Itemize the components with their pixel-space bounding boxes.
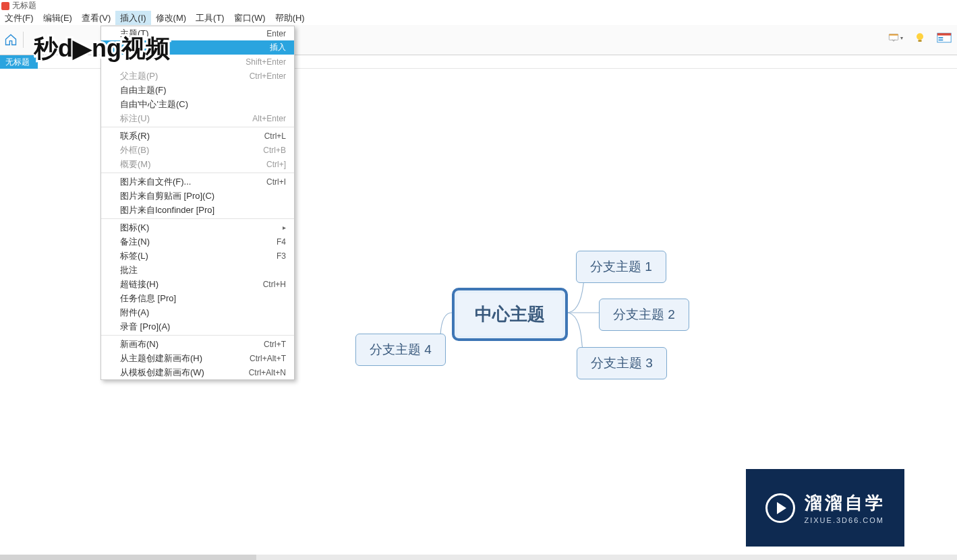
menu-item[interactable]: 录音 [Pro](A) [101, 319, 294, 334]
menu-item[interactable]: 自由主题(F) [101, 83, 294, 97]
play-icon [765, 493, 795, 523]
menu-item-label: 自由主题(F) [120, 84, 286, 96]
branch-topic-2[interactable]: 分支主题 2 [599, 299, 689, 331]
menu-item-label: 自由'中心'主题(C) [120, 98, 286, 111]
menu-shortcut: Shift+Enter [245, 57, 286, 67]
menu-item-label: 超链接(H) [120, 278, 263, 290]
home-icon[interactable] [4, 33, 18, 46]
svg-rect-3 [919, 40, 922, 42]
menu-shortcut: Ctrl+Alt+N [249, 368, 286, 377]
menu-item[interactable]: 标签(L)F3 [101, 249, 294, 263]
branch-label: 分支主题 1 [590, 258, 652, 276]
center-topic[interactable]: 中心主题 [452, 288, 568, 341]
insert-menu: 主题(T)Enter插入Shift+Enter父主题(P)Ctrl+Enter自… [100, 26, 295, 380]
menu-shortcut: Ctrl+I [266, 177, 286, 187]
menu-item-label: 从主题创建新画布(H) [120, 352, 250, 365]
submenu-arrow-icon: ▸ [283, 224, 286, 231]
menu-item-label: 标注(U) [120, 113, 252, 125]
document-tab[interactable]: 无标题 [0, 55, 38, 69]
menu-item-label: 任务信息 [Pro] [120, 292, 286, 305]
menu-shortcut: Ctrl+Alt+T [250, 354, 286, 363]
menu-separator [101, 173, 294, 173]
menu-帮助(H)[interactable]: 帮助(H) [270, 11, 310, 26]
svg-rect-5 [937, 33, 951, 35]
brand-box: 溜溜自学 ZIXUE.3D66.COM [746, 469, 904, 547]
presentation-icon[interactable]: ▾ [888, 30, 903, 45]
layout-icon[interactable] [937, 30, 952, 45]
branch-topic-4[interactable]: 分支主题 4 [355, 334, 446, 366]
menu-文件(F)[interactable]: 文件(F) [0, 11, 38, 26]
menu-item-label: 概要(M) [120, 158, 266, 170]
svg-point-2 [917, 33, 923, 40]
menu-插入(I)[interactable]: 插入(I) [115, 11, 150, 26]
menu-item-label: 联系(R) [120, 130, 264, 142]
status-segment [0, 555, 256, 560]
svg-rect-1 [889, 34, 898, 36]
menu-item: 父主题(P)Ctrl+Enter [101, 69, 294, 83]
menu-item-label: 外框(B) [120, 144, 263, 156]
idea-bulb-icon[interactable] [912, 30, 927, 45]
menu-item: 标注(U)Alt+Enter [101, 111, 294, 125]
watermark-logo: 秒d▶ng视频 [34, 30, 196, 68]
menu-工具(T)[interactable]: 工具(T) [191, 11, 229, 26]
svg-rect-7 [939, 40, 944, 41]
branch-topic-1[interactable]: 分支主题 1 [576, 251, 666, 283]
tab-label: 无标题 [5, 57, 30, 68]
menu-item[interactable]: 联系(R)Ctrl+L [101, 129, 294, 143]
menu-item-label: 录音 [Pro](A) [120, 321, 286, 333]
window-title: 无标题 [12, 0, 36, 11]
menu-item[interactable]: 任务信息 [Pro] [101, 291, 294, 305]
menu-item-label: 父主题(P) [120, 70, 250, 82]
menu-item-label: 图片来自文件(F)... [120, 176, 266, 188]
app-icon [1, 2, 9, 10]
branch-label: 分支主题 2 [613, 306, 675, 323]
menu-item-label: 从模板创建新画布(W) [120, 367, 249, 379]
menu-separator [101, 127, 294, 127]
menu-item: 概要(M)Ctrl+] [101, 157, 294, 171]
menu-窗口(W)[interactable]: 窗口(W) [229, 11, 270, 26]
menu-separator [101, 335, 294, 336]
menu-shortcut: Ctrl+T [264, 340, 286, 349]
menu-separator [101, 218, 294, 219]
menu-shortcut: Enter [266, 29, 286, 38]
menu-item[interactable]: 从模板创建新画布(W)Ctrl+Alt+N [101, 365, 294, 379]
menu-item-label: 图片来自剪贴画 [Pro](C) [120, 190, 286, 202]
menu-item[interactable]: 超链接(H)Ctrl+H [101, 277, 294, 291]
menu-shortcut: Ctrl+H [263, 280, 286, 289]
status-bar [0, 555, 957, 560]
brand-subtitle: ZIXUE.3D66.COM [805, 516, 886, 524]
menu-item[interactable]: 备注(N)F4 [101, 235, 294, 249]
menu-item[interactable]: 附件(A) [101, 305, 294, 319]
menu-item-label: 批注 [120, 264, 286, 276]
menu-item[interactable]: 图片来自文件(F)...Ctrl+I [101, 175, 294, 189]
center-topic-label: 中心主题 [475, 303, 545, 326]
chevron-down-icon: ▾ [900, 35, 903, 41]
menu-item[interactable]: 新画布(N)Ctrl+T [101, 337, 294, 351]
menu-bar: 文件(F)编辑(E)查看(V)插入(I)修改(M)工具(T)窗口(W)帮助(H) [0, 11, 957, 25]
menu-item[interactable]: 从主题创建新画布(H)Ctrl+Alt+T [101, 351, 294, 365]
menu-shortcut: Ctrl+B [263, 146, 286, 155]
menu-item[interactable]: 图片来自Iconfinder [Pro] [101, 203, 294, 217]
branch-label: 分支主题 3 [591, 354, 653, 372]
branch-topic-3[interactable]: 分支主题 3 [577, 347, 667, 379]
watermark-text: 秒d▶ng视频 [34, 34, 170, 62]
menu-item: 外框(B)Ctrl+B [101, 143, 294, 157]
menu-item[interactable]: 图片来自剪贴画 [Pro](C) [101, 189, 294, 203]
menu-编辑(E)[interactable]: 编辑(E) [38, 11, 77, 26]
menu-item-label: 标签(L) [120, 250, 277, 262]
menu-shortcut: F4 [277, 237, 286, 247]
menu-item-label: 备注(N) [120, 236, 277, 248]
menu-item-label: 新画布(N) [120, 338, 264, 350]
menu-item[interactable]: 自由'中心'主题(C) [101, 97, 294, 111]
menu-修改(M)[interactable]: 修改(M) [151, 11, 192, 26]
menu-查看(V)[interactable]: 查看(V) [77, 11, 115, 26]
menu-item[interactable]: 图标(K)▸ [101, 220, 294, 235]
menu-shortcut: Ctrl+] [266, 160, 286, 169]
menu-item-label: 图标(K) [120, 222, 283, 234]
menu-item-label: 附件(A) [120, 307, 286, 319]
svg-rect-6 [939, 37, 944, 38]
menu-item[interactable]: 批注 [101, 263, 294, 277]
menu-shortcut: F3 [277, 251, 286, 261]
menu-shortcut: Alt+Enter [252, 114, 286, 123]
branch-label: 分支主题 4 [370, 341, 432, 359]
